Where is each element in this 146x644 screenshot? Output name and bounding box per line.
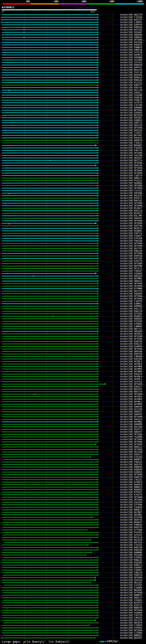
alignment-row[interactable]: UniRef100_Q00454	[0, 413, 146, 416]
hit-label[interactable]: UniRef100_P08978	[120, 574, 142, 576]
hit-label[interactable]: UniRef100_UPI000..	[120, 169, 145, 172]
hit-label[interactable]: UniRef100_A8E5V0	[120, 546, 142, 549]
hit-label[interactable]: UniRef100_B0X754	[120, 390, 142, 393]
hit-bar[interactable]	[2, 120, 97, 120]
hit-label[interactable]: UniRef100_Q56K03	[120, 112, 142, 114]
hit-bar[interactable]	[2, 105, 97, 106]
hit-label[interactable]: UniRef100_Q9CQ16	[120, 129, 142, 132]
hit-bar[interactable]	[2, 145, 96, 146]
hit-label[interactable]: UniRef100_B0DBT5	[120, 458, 142, 461]
hit-bar[interactable]	[3, 547, 97, 548]
alignment-row[interactable]: UniRef100_A3LQV9	[0, 501, 146, 504]
hit-label[interactable]: UniRef100_A8Q6E9	[120, 488, 142, 491]
hit-label[interactable]: UniRef100_UPI000..	[120, 348, 145, 350]
hit-bar[interactable]	[2, 484, 97, 485]
hit-label[interactable]: UniRef100_A6YPD2	[120, 396, 142, 398]
hit-label[interactable]: UniRef100_C4Q231	[120, 478, 142, 481]
alignment-row[interactable]: UniRef100_Q4GXC3	[0, 453, 146, 456]
hit-label[interactable]: UniRef100_A2I412	[120, 380, 142, 383]
hit-bar[interactable]	[2, 394, 97, 394]
hit-bar[interactable]	[2, 334, 97, 334]
alignment-row[interactable]: UniRef100_B6T0Z9	[0, 114, 146, 116]
alignment-row[interactable]: UniRef100_Q23JE0	[0, 408, 146, 410]
alignment-row[interactable]: UniRef100_B8MB75	[0, 594, 146, 596]
hit-label[interactable]: UniRef100_C1C152	[120, 190, 142, 192]
hit-label[interactable]: UniRef100_Q7PVB9	[120, 504, 142, 506]
alignment-row[interactable]: UniRef100_Q8J287	[0, 582, 146, 584]
hit-bar[interactable]	[2, 180, 97, 181]
hit-bar[interactable]	[2, 118, 97, 118]
alignment-row[interactable]: UniRef100_C4Q231	[0, 478, 146, 481]
hit-bar[interactable]	[2, 216, 97, 216]
hit-bar[interactable]	[2, 404, 97, 404]
alignment-row[interactable]: UniRef100_Q9CQ16	[0, 129, 146, 132]
hit-label[interactable]: UniRef100_Q4UE19	[120, 476, 142, 478]
hit-bar[interactable]	[2, 316, 97, 317]
alignment-row[interactable]: UniRef100_A6YML9	[0, 375, 146, 378]
hit-bar[interactable]	[3, 592, 97, 593]
hit-label[interactable]: UniRef100_A6YMK4	[120, 398, 142, 400]
alignment-row[interactable]: UniRef100_C3ZKJ7	[0, 142, 146, 144]
hit-bar[interactable]	[2, 464, 97, 465]
hit-label[interactable]: UniRef100_Q5DVI1	[120, 197, 142, 200]
alignment-row[interactable]: UniRef100_A9P8T3	[0, 54, 146, 56]
hit-bar[interactable]	[2, 359, 97, 359]
hit-bar[interactable]	[2, 168, 97, 168]
alignment-row[interactable]: UniRef100_A5BKX2	[0, 119, 146, 122]
hit-bar[interactable]	[2, 462, 97, 462]
hit-bar[interactable]	[2, 30, 97, 30]
alignment-row[interactable]: UniRef100_Q6F479	[0, 290, 146, 292]
hit-bar[interactable]	[2, 110, 97, 110]
hit-bar[interactable]	[2, 256, 97, 256]
hit-bar[interactable]	[2, 572, 97, 573]
alignment-row[interactable]: UniRef100_B4KEQ8	[0, 549, 146, 551]
alignment-row[interactable]: UniRef100_P48161	[0, 461, 146, 463]
hit-label[interactable]: UniRef100_Q28150	[120, 579, 142, 582]
alignment-row[interactable]: UniRef100_Q5CU76	[0, 619, 146, 622]
hit-bar[interactable]	[2, 293, 97, 294]
hit-label[interactable]: UniRef100_UPI000..	[120, 496, 145, 498]
hit-label[interactable]: UniRef100_Q5I5J2	[120, 267, 142, 270]
hit-label[interactable]: UniRef100_Q8JJ03	[120, 247, 142, 250]
alignment-row[interactable]: UniRef100_UPI000..	[0, 285, 146, 288]
hit-label[interactable]: UniRef100_C5H609	[120, 506, 142, 508]
hit-bar[interactable]	[2, 125, 97, 126]
alignment-row[interactable]: UniRef100_A5C234	[0, 89, 146, 92]
hit-bar[interactable]	[2, 364, 97, 364]
hit-bar[interactable]	[2, 379, 97, 380]
hit-bar[interactable]	[2, 60, 97, 60]
hit-bar[interactable]	[2, 544, 88, 545]
hit-bar[interactable]	[2, 512, 97, 513]
alignment-row[interactable]: UniRef100_A6YML3	[0, 360, 146, 363]
alignment-row[interactable]: UniRef100_Q804C6	[0, 484, 146, 486]
hit-label[interactable]: UniRef100_UPI000..	[120, 298, 145, 300]
alignment-row[interactable]: UniRef100_A9U0C6	[0, 44, 146, 46]
alignment-row[interactable]: UniRef100_B2VVF2	[0, 602, 146, 604]
alignment-row[interactable]: UniRef100_Q9LR33	[0, 194, 146, 197]
alignment-row[interactable]: UniRef100_Q4KTF7	[0, 84, 146, 86]
hit-label[interactable]: UniRef100_Q00454	[120, 413, 142, 416]
hit-label[interactable]: UniRef100_Q754V6	[120, 516, 142, 518]
alignment-row[interactable]: UniRef100_A6YMK7	[0, 511, 146, 514]
alignment-row[interactable]: UniRef100_Q4GXC4	[0, 418, 146, 420]
hit-bar[interactable]	[2, 27, 97, 28]
hit-label[interactable]: UniRef100_Q8GSE9	[120, 275, 142, 277]
hit-bar[interactable]	[2, 577, 95, 578]
hit-label[interactable]: UniRef100_B3DLV5	[120, 343, 142, 345]
alignment-row[interactable]: UniRef100_P49637	[0, 99, 146, 102]
alignment-row[interactable]: UniRef100_UPI000..	[0, 393, 146, 396]
alignment-row[interactable]: UniRef100_UPI000..	[0, 441, 146, 443]
alignment-row[interactable]: UniRef100_B4G1Q1	[0, 200, 146, 202]
hit-bar[interactable]	[2, 530, 86, 530]
alignment-row[interactable]: UniRef100_A8E5V0	[0, 546, 146, 549]
hit-bar[interactable]	[2, 602, 97, 603]
hit-label[interactable]: UniRef100_UPI000..	[120, 204, 145, 207]
alignment-row[interactable]: UniRef100_A9UT43	[0, 86, 146, 89]
alignment-row[interactable]: UniRef100_B8BVY6	[0, 606, 146, 609]
hit-label[interactable]: UniRef100_A6YMK8	[120, 365, 142, 368]
hit-label[interactable]: UniRef100_A6YML0	[120, 363, 142, 365]
alignment-row[interactable]: UniRef100_UPI000..	[0, 169, 146, 172]
alignment-row[interactable]: UniRef100_A9REA3	[0, 36, 146, 38]
hit-label[interactable]: UniRef100_A6YML6	[120, 332, 142, 335]
hit-label[interactable]: UniRef100_Q4GXC7	[120, 386, 142, 388]
